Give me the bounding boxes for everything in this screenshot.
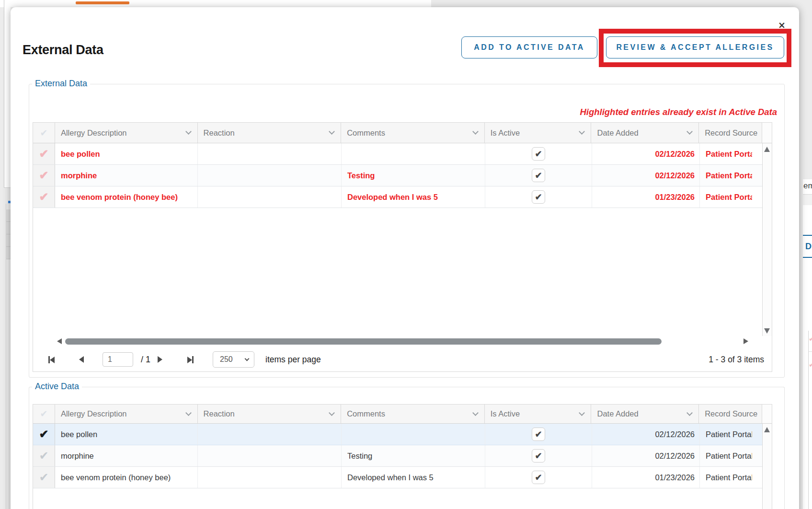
column-header-reaction[interactable]: Reaction (198, 123, 342, 143)
is-active-checkbox[interactable]: ✔ (532, 471, 545, 484)
check-icon: ✔ (535, 429, 542, 440)
page-number-input[interactable]: 1 (103, 352, 133, 367)
grid-header-row: ✔ Allergy Description Reaction Comments … (33, 123, 772, 143)
cell-reaction (198, 143, 342, 164)
sort-chevron-icon (329, 128, 335, 135)
select-all-header-cell[interactable]: ✔ (33, 123, 55, 143)
background-check-icon: ✔ (809, 335, 812, 343)
cell-comments: Testing (342, 445, 485, 466)
add-to-active-data-button[interactable]: ADD TO ACTIVE DATA (461, 36, 597, 58)
cell-comments (342, 424, 485, 445)
column-header-record-source[interactable]: Record Source (699, 405, 762, 423)
horizontal-scrollbar[interactable] (33, 336, 772, 347)
scroll-right-icon (743, 338, 748, 344)
row-select-cell[interactable]: ✔ (33, 143, 55, 164)
column-header-date-added[interactable]: Date Added (591, 405, 699, 423)
vertical-scrollbar[interactable] (762, 143, 772, 336)
external-grid-body: ✔bee pollen✔02/12/2026Patient Portal✔mor… (33, 143, 772, 336)
cell-comments: Testing (342, 165, 485, 186)
scroll-left-icon (57, 338, 62, 344)
table-row[interactable]: ✔bee pollen✔02/12/2026Patient Portal (33, 424, 772, 445)
next-page-button[interactable] (158, 356, 162, 363)
background-right-text-fragment: em (803, 181, 812, 191)
row-check-icon: ✔ (39, 169, 48, 182)
cell-reaction (198, 424, 342, 445)
cell-date-added: 01/23/2026 (592, 467, 700, 488)
column-header-allergy-description[interactable]: Allergy Description (55, 405, 198, 423)
row-check-icon: ✔ (39, 471, 48, 484)
background-active-tab-indicator (76, 1, 129, 4)
external-data-grid: ✔ Allergy Description Reaction Comments … (33, 122, 772, 372)
is-active-checkbox[interactable]: ✔ (532, 147, 545, 161)
scroll-up-icon (764, 147, 770, 152)
is-active-checkbox[interactable]: ✔ (532, 449, 545, 463)
background-check-icon: ✔ (809, 360, 812, 369)
column-header-allergy-description[interactable]: Allergy Description (55, 123, 198, 143)
cell-date-added: 01/23/2026 (592, 186, 700, 208)
row-check-icon: ✔ (39, 190, 48, 204)
column-header-is-active[interactable]: Is Active (485, 123, 592, 143)
background-right-button-fragment: D (803, 235, 812, 258)
is-active-checkbox[interactable]: ✔ (532, 169, 545, 182)
background-right-band (803, 195, 812, 205)
row-select-cell[interactable]: ✔ (33, 186, 55, 208)
cell-allergy-description: bee venom protein (honey bee) (55, 186, 198, 208)
grid-pager: 1 / 1 250 items per page 1 - 3 of 3 item… (33, 347, 772, 371)
cell-date-added: 02/12/2026 (592, 445, 700, 466)
items-per-page-label: items per page (265, 347, 321, 371)
cell-record-source: Patient Portal (700, 143, 763, 164)
cell-reaction (198, 467, 342, 488)
table-row[interactable]: ✔morphineTesting✔02/12/2026Patient Porta… (33, 445, 772, 467)
column-header-comments[interactable]: Comments (341, 405, 485, 423)
row-select-cell[interactable]: ✔ (33, 165, 55, 186)
cell-comments (342, 143, 485, 164)
check-icon: ✔ (535, 192, 542, 202)
review-accept-allergies-button[interactable]: REVIEW & ACCEPT ALLERGIES (606, 36, 784, 58)
cell-reaction (198, 445, 342, 466)
sort-chevron-icon (185, 410, 192, 416)
check-icon: ✔ (535, 149, 542, 159)
sort-chevron-icon (686, 128, 693, 135)
column-header-date-added[interactable]: Date Added (591, 123, 699, 143)
cell-reaction (198, 186, 342, 208)
cell-allergy-description: morphine (55, 445, 198, 466)
cell-allergy-description: bee venom protein (honey bee) (55, 467, 198, 488)
first-page-button[interactable] (48, 356, 55, 363)
is-active-checkbox[interactable]: ✔ (532, 190, 545, 204)
previous-page-button[interactable] (79, 356, 84, 363)
scroll-up-icon (764, 427, 770, 432)
chevron-down-icon (245, 357, 250, 361)
row-select-cell[interactable]: ✔ (33, 445, 55, 466)
check-icon: ✔ (535, 472, 542, 483)
cell-date-added: 02/12/2026 (592, 165, 700, 186)
table-row[interactable]: ✔bee pollen✔02/12/2026Patient Portal (33, 143, 772, 165)
sort-chevron-icon (472, 128, 479, 135)
header-scrollbar-filler (762, 405, 772, 423)
cell-is-active: ✔ (485, 143, 592, 164)
table-row[interactable]: ✔morphineTesting✔02/12/2026Patient Porta… (33, 165, 772, 186)
cell-date-added: 02/12/2026 (592, 424, 700, 445)
table-row[interactable]: ✔bee venom protein (honey bee)Developed … (33, 467, 772, 488)
column-header-record-source[interactable]: Record Source (699, 123, 762, 143)
select-all-check-icon: ✔ (40, 127, 48, 139)
cell-allergy-description: bee pollen (55, 143, 198, 164)
column-header-is-active[interactable]: Is Active (485, 405, 592, 423)
cell-record-source: Patient Portal (700, 467, 763, 488)
active-data-legend: Active Data (32, 382, 82, 392)
background-right-row-border (808, 351, 812, 352)
row-select-cell[interactable]: ✔ (33, 467, 55, 488)
page-size-select[interactable]: 250 (213, 351, 254, 368)
last-page-button[interactable] (187, 356, 194, 363)
cell-allergy-description: bee pollen (55, 424, 198, 445)
table-row[interactable]: ✔bee venom protein (honey bee)Developed … (33, 186, 772, 208)
column-header-reaction[interactable]: Reaction (198, 405, 342, 423)
horizontal-scrollbar-thumb (65, 338, 662, 345)
cell-is-active: ✔ (485, 424, 592, 445)
select-all-header-cell[interactable]: ✔ (33, 405, 55, 423)
cell-comments: Developed when I was 5 (342, 467, 485, 488)
vertical-scrollbar[interactable] (762, 424, 772, 509)
is-active-checkbox[interactable]: ✔ (532, 428, 545, 441)
background-top-strip-right (431, 0, 812, 7)
row-select-cell[interactable]: ✔ (33, 424, 55, 445)
column-header-comments[interactable]: Comments (341, 123, 485, 143)
